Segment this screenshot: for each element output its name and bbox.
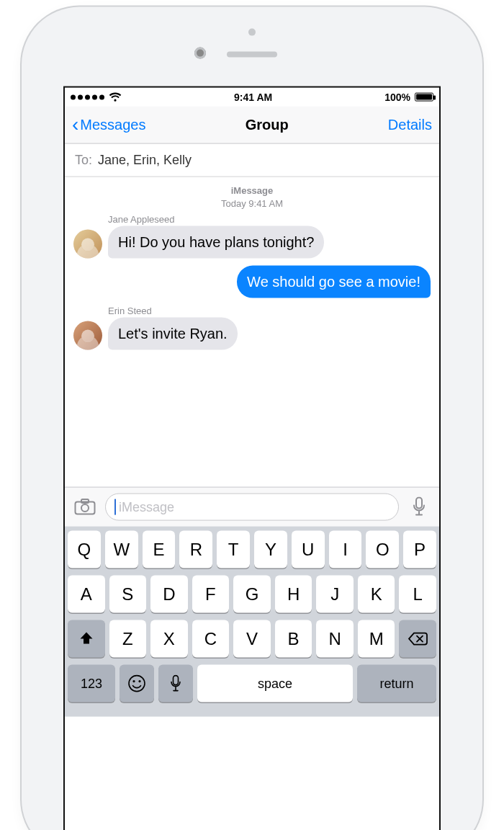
front-camera (194, 48, 206, 59)
key-o[interactable]: O (366, 531, 399, 568)
key-p[interactable]: P (403, 531, 436, 568)
keyboard-row-3: Z X C V B N M (68, 620, 436, 658)
thread-timestamp: Today 9:41 AM (221, 197, 283, 208)
dictation-button[interactable] (406, 494, 432, 520)
proximity-sensor (248, 29, 256, 36)
key-z[interactable]: Z (109, 620, 147, 658)
shift-icon (78, 631, 94, 647)
message-placeholder: iMessage (119, 499, 174, 514)
key-space[interactable]: space (197, 665, 353, 702)
avatar[interactable] (73, 230, 102, 259)
phone-frame: 9:41 AM 100% ‹ Messages Group Details (0, 7, 504, 830)
message-bubble-incoming[interactable]: Hi! Do you have plans tonight? (108, 226, 324, 259)
text-caret (114, 499, 116, 515)
microphone-icon (170, 675, 181, 692)
key-k[interactable]: K (358, 576, 395, 613)
svg-point-6 (138, 680, 140, 682)
message-bubble-outgoing[interactable]: We should go see a movie! (237, 266, 431, 298)
key-dictation[interactable] (158, 665, 193, 702)
conversation[interactable]: iMessage Today 9:41 AM Jane Appleseed Hi… (65, 177, 439, 487)
keyboard-row-1: Q W E R T Y U I O P (68, 531, 436, 568)
message-row: We should go see a movie! (73, 266, 431, 298)
service-label: iMessage (73, 184, 431, 197)
message-row: Hi! Do you have plans tonight? (73, 226, 431, 259)
key-h[interactable]: H (275, 576, 312, 613)
key-w[interactable]: W (105, 531, 138, 568)
key-f[interactable]: F (192, 576, 230, 613)
svg-point-5 (132, 680, 135, 682)
key-return[interactable]: return (357, 665, 436, 702)
key-numbers[interactable]: 123 (68, 665, 115, 702)
svg-rect-3 (416, 498, 422, 509)
key-x[interactable]: X (150, 620, 188, 658)
key-a[interactable]: A (68, 576, 105, 613)
message-input[interactable]: iMessage (105, 494, 399, 521)
key-b[interactable]: B (275, 620, 312, 658)
key-backspace[interactable] (399, 620, 436, 658)
key-l[interactable]: L (399, 576, 436, 613)
key-i[interactable]: I (329, 531, 362, 568)
earpiece-speaker (227, 52, 277, 58)
cellular-signal-icon (71, 94, 104, 99)
to-label: To: (75, 153, 92, 168)
svg-point-4 (129, 676, 145, 692)
wifi-icon (109, 92, 122, 102)
avatar[interactable] (73, 321, 102, 350)
message-row: Let's invite Ryan. (73, 318, 431, 350)
status-time: 9:41 AM (234, 92, 272, 103)
recipients: Jane, Erin, Kelly (98, 153, 192, 168)
key-d[interactable]: D (150, 576, 188, 613)
key-m[interactable]: M (358, 620, 395, 658)
camera-icon (74, 499, 96, 516)
key-u[interactable]: U (292, 531, 325, 568)
key-y[interactable]: Y (254, 531, 287, 568)
keyboard: Q W E R T Y U I O P A S D F G H (65, 527, 439, 717)
sender-name: Jane Appleseed (108, 214, 431, 225)
key-n[interactable]: N (316, 620, 354, 658)
thread-header: iMessage Today 9:41 AM (73, 184, 431, 210)
key-shift[interactable] (68, 620, 105, 658)
key-emoji[interactable] (120, 665, 154, 702)
svg-rect-7 (174, 676, 179, 685)
keyboard-row-4: 123 space (68, 665, 436, 702)
navigation-bar: ‹ Messages Group Details (65, 107, 439, 144)
key-e[interactable]: E (143, 531, 176, 568)
key-v[interactable]: V (233, 620, 271, 658)
key-j[interactable]: J (316, 576, 354, 613)
message-bubble-incoming[interactable]: Let's invite Ryan. (108, 318, 238, 350)
svg-point-1 (81, 504, 89, 512)
to-field[interactable]: To: Jane, Erin, Kelly (65, 144, 439, 177)
screen: 9:41 AM 100% ‹ Messages Group Details (63, 86, 441, 830)
nav-title: Group (246, 117, 289, 133)
emoji-icon (127, 674, 146, 693)
backspace-icon (408, 632, 428, 646)
details-button[interactable]: Details (388, 117, 432, 133)
sender-name: Erin Steed (108, 305, 431, 316)
phone-body: 9:41 AM 100% ‹ Messages Group Details (22, 7, 482, 830)
status-bar: 9:41 AM 100% (65, 88, 439, 107)
key-r[interactable]: R (179, 531, 212, 568)
chevron-left-icon: ‹ (72, 114, 78, 134)
microphone-icon (412, 497, 426, 517)
battery-percent: 100% (384, 92, 410, 103)
battery-icon (415, 93, 433, 102)
key-t[interactable]: T (217, 531, 250, 568)
compose-bar: iMessage (65, 487, 439, 527)
camera-button[interactable] (72, 494, 98, 520)
back-label: Messages (80, 117, 145, 133)
key-q[interactable]: Q (68, 531, 101, 568)
back-button[interactable]: ‹ Messages (72, 115, 145, 134)
key-g[interactable]: G (233, 576, 271, 613)
key-s[interactable]: S (109, 576, 147, 613)
keyboard-row-2: A S D F G H J K L (68, 576, 436, 613)
key-c[interactable]: C (192, 620, 230, 658)
